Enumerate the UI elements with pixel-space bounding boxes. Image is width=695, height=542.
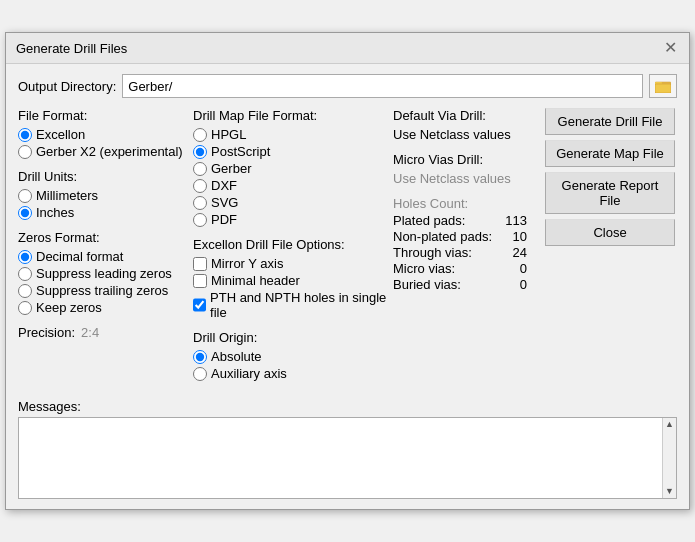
- drill-origin-section: Drill Origin: Absolute Auxiliary axis: [193, 330, 393, 381]
- excellon-options-label: Excellon Drill File Options:: [193, 237, 393, 252]
- non-plated-value: 10: [513, 229, 527, 244]
- micro-vias-section: Micro Vias Drill: Use Netclass values: [393, 152, 537, 186]
- radio-dxf-input[interactable]: [193, 179, 207, 193]
- non-plated-label: Non-plated pads:: [393, 229, 492, 244]
- micro-vias-label: Micro Vias Drill:: [393, 152, 537, 167]
- radio-absolute-text: Absolute: [211, 349, 262, 364]
- holes-row-through: Through vias: 24: [393, 245, 537, 260]
- radio-svg-text: SVG: [211, 195, 238, 210]
- cb-pth-npth-text: PTH and NPTH holes in single file: [210, 290, 393, 320]
- radio-inches-text: Inches: [36, 205, 74, 220]
- radio-svg-input[interactable]: [193, 196, 207, 210]
- radio-keep-zeros-input[interactable]: [18, 301, 32, 315]
- excellon-options-section: Excellon Drill File Options: Mirror Y ax…: [193, 237, 393, 320]
- holes-row-nonplated: Non-plated pads: 10: [393, 229, 537, 244]
- radio-suppress-leading-text: Suppress leading zeros: [36, 266, 172, 281]
- holes-row-plated: Plated pads: 113: [393, 213, 537, 228]
- buried-vias-label: Buried vias:: [393, 277, 461, 292]
- radio-suppress-leading[interactable]: Suppress leading zeros: [18, 266, 193, 281]
- radio-gerber-input[interactable]: [193, 162, 207, 176]
- close-window-button[interactable]: ✕: [661, 39, 679, 57]
- radio-keep-zeros[interactable]: Keep zeros: [18, 300, 193, 315]
- zeros-format-section: Zeros Format: Decimal format Suppress le…: [18, 230, 193, 315]
- browse-folder-button[interactable]: [649, 74, 677, 98]
- messages-label: Messages:: [18, 399, 677, 414]
- radio-auxiliary-input[interactable]: [193, 367, 207, 381]
- drill-map-label: Drill Map File Format:: [193, 108, 393, 123]
- generate-drill-button[interactable]: Generate Drill File: [545, 108, 675, 135]
- radio-absolute-input[interactable]: [193, 350, 207, 364]
- radio-postscript-input[interactable]: [193, 145, 207, 159]
- radio-inches[interactable]: Inches: [18, 205, 193, 220]
- messages-scrollbar[interactable]: ▲ ▼: [662, 418, 676, 498]
- cb-minimal-header-text: Minimal header: [211, 273, 300, 288]
- radio-gerber-text: Gerber: [211, 161, 251, 176]
- through-vias-value: 24: [513, 245, 527, 260]
- radio-dxf[interactable]: DXF: [193, 178, 393, 193]
- cb-mirror-y[interactable]: Mirror Y axis: [193, 256, 393, 271]
- cb-mirror-y-text: Mirror Y axis: [211, 256, 283, 271]
- radio-pdf[interactable]: PDF: [193, 212, 393, 227]
- radio-hpgl[interactable]: HPGL: [193, 127, 393, 142]
- output-dir-row: Output Directory:: [18, 74, 677, 98]
- holes-row-micro: Micro vias: 0: [393, 261, 537, 276]
- radio-dxf-text: DXF: [211, 178, 237, 193]
- cb-pth-npth-input[interactable]: [193, 298, 206, 312]
- radio-excellon[interactable]: Excellon: [18, 127, 193, 142]
- radio-gerber-x2[interactable]: Gerber X2 (experimental): [18, 144, 193, 159]
- zeros-format-label: Zeros Format:: [18, 230, 193, 245]
- scroll-down-arrow[interactable]: ▼: [663, 485, 676, 498]
- radio-suppress-trailing-input[interactable]: [18, 284, 32, 298]
- cb-minimal-header[interactable]: Minimal header: [193, 273, 393, 288]
- micro-vias-value: Use Netclass values: [393, 171, 537, 186]
- generate-map-button[interactable]: Generate Map File: [545, 140, 675, 167]
- cb-minimal-header-input[interactable]: [193, 274, 207, 288]
- radio-pdf-input[interactable]: [193, 213, 207, 227]
- radio-pdf-text: PDF: [211, 212, 237, 227]
- column-1: File Format: Excellon Gerber X2 (experim…: [18, 108, 193, 391]
- radio-mm[interactable]: Millimeters: [18, 188, 193, 203]
- radio-svg[interactable]: SVG: [193, 195, 393, 210]
- default-via-section: Default Via Drill: Use Netclass values: [393, 108, 537, 142]
- plated-pads-label: Plated pads:: [393, 213, 465, 228]
- messages-box: ▲ ▼: [18, 417, 677, 499]
- output-dir-input[interactable]: [122, 74, 643, 98]
- generate-report-button[interactable]: Generate Report File: [545, 172, 675, 214]
- radio-postscript[interactable]: PostScript: [193, 144, 393, 159]
- radio-decimal[interactable]: Decimal format: [18, 249, 193, 264]
- radio-absolute[interactable]: Absolute: [193, 349, 393, 364]
- radio-hpgl-input[interactable]: [193, 128, 207, 142]
- drill-units-label: Drill Units:: [18, 169, 193, 184]
- drill-origin-label: Drill Origin:: [193, 330, 393, 345]
- main-window: Generate Drill Files ✕ Output Directory:…: [5, 32, 690, 510]
- radio-suppress-leading-input[interactable]: [18, 267, 32, 281]
- radio-mm-text: Millimeters: [36, 188, 98, 203]
- precision-value: 2:4: [81, 325, 99, 340]
- radio-mm-input[interactable]: [18, 189, 32, 203]
- radio-inches-input[interactable]: [18, 206, 32, 220]
- radio-suppress-trailing[interactable]: Suppress trailing zeros: [18, 283, 193, 298]
- micro-vias-count-label: Micro vias:: [393, 261, 455, 276]
- precision-label: Precision:: [18, 325, 75, 340]
- through-vias-label: Through vias:: [393, 245, 472, 260]
- holes-count-section: Holes Count: Plated pads: 113 Non-plated…: [393, 196, 537, 292]
- radio-hpgl-text: HPGL: [211, 127, 246, 142]
- cb-mirror-y-input[interactable]: [193, 257, 207, 271]
- holes-row-buried: Buried vias: 0: [393, 277, 537, 292]
- scroll-up-arrow[interactable]: ▲: [663, 418, 676, 431]
- output-dir-label: Output Directory:: [18, 79, 116, 94]
- plated-pads-value: 113: [505, 213, 527, 228]
- radio-decimal-input[interactable]: [18, 250, 32, 264]
- radio-gerber-x2-input[interactable]: [18, 145, 32, 159]
- radio-excellon-input[interactable]: [18, 128, 32, 142]
- cb-pth-npth[interactable]: PTH and NPTH holes in single file: [193, 290, 393, 320]
- svg-rect-2: [655, 84, 671, 93]
- radio-gerber[interactable]: Gerber: [193, 161, 393, 176]
- radio-auxiliary[interactable]: Auxiliary axis: [193, 366, 393, 381]
- radio-auxiliary-text: Auxiliary axis: [211, 366, 287, 381]
- close-button[interactable]: Close: [545, 219, 675, 246]
- radio-decimal-text: Decimal format: [36, 249, 123, 264]
- messages-section: Messages: ▲ ▼: [18, 399, 677, 499]
- file-format-label: File Format:: [18, 108, 193, 123]
- radio-suppress-trailing-text: Suppress trailing zeros: [36, 283, 168, 298]
